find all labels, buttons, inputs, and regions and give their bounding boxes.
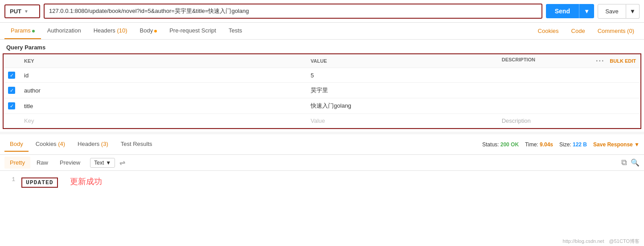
row-1-value[interactable]: 5	[306, 68, 497, 83]
code-link[interactable]: Code	[566, 23, 591, 39]
table-row: ✓ title 快速入门golang	[4, 98, 640, 114]
row-3-key[interactable]: title	[20, 98, 306, 114]
checkbox-2[interactable]: ✓	[8, 87, 15, 94]
row-2-check[interactable]: ✓	[4, 83, 20, 98]
row-3-value[interactable]: 快速入门golang	[306, 98, 497, 114]
table-row: ✓ author 昊宇里	[4, 83, 640, 98]
col-header-desc: DESCRIPTION ··· Bulk Edit	[497, 54, 640, 68]
save-group: Save ▼	[598, 4, 640, 19]
response-tab-body[interactable]: Body	[4, 137, 29, 152]
cookies-link[interactable]: Cookies	[533, 23, 564, 39]
status-label: Status: 200 OK	[482, 141, 519, 148]
row-2-value[interactable]: 昊宇里	[306, 83, 497, 98]
url-bar: PUT ▼ 127.0.0.1:8080/update/book/novel?i…	[0, 0, 644, 23]
row-1-check[interactable]: ✓	[4, 68, 20, 83]
updated-success-text: 更新成功	[70, 177, 102, 186]
save-response-button[interactable]: Save Response ▼	[593, 141, 640, 148]
row-2-description[interactable]	[497, 83, 640, 98]
response-tab-test-results[interactable]: Test Results	[115, 137, 158, 152]
response-tab-headers[interactable]: Headers (3)	[72, 137, 114, 152]
method-chevron: ▼	[24, 9, 29, 14]
tab-authorization[interactable]: Authorization	[41, 23, 87, 39]
row-1-key[interactable]: id	[20, 68, 306, 83]
search-icon[interactable]: 🔍	[631, 158, 640, 167]
body-dot	[154, 30, 157, 32]
row-3-check[interactable]: ✓	[4, 98, 20, 114]
bulk-edit-button[interactable]: Bulk Edit	[610, 58, 636, 64]
send-group: Send ▼	[546, 4, 594, 18]
col-header-key: KEY	[20, 54, 306, 68]
tab-body[interactable]: Body	[134, 23, 164, 39]
code-area: 1 UPDATED 更新成功	[0, 171, 644, 193]
url-input[interactable]: 127.0.0.1:8080/update/book/novel?id=5&au…	[44, 4, 542, 19]
row-1-description[interactable]	[497, 68, 640, 83]
body-tab-pretty[interactable]: Pretty	[4, 157, 30, 169]
row-2-key[interactable]: author	[20, 83, 306, 98]
format-selector[interactable]: Text ▼	[90, 158, 115, 168]
params-dot	[32, 30, 35, 32]
checkbox-3[interactable]: ✓	[8, 102, 15, 109]
query-params-table-area: KEY VALUE DESCRIPTION ··· Bulk Edit ✓	[3, 53, 641, 129]
placeholder-value[interactable]: Value	[306, 114, 497, 128]
send-dropdown-button[interactable]: ▼	[579, 4, 594, 18]
body-tab-raw[interactable]: Raw	[31, 157, 53, 169]
size-label: Size: 122 B	[559, 141, 587, 148]
placeholder-description[interactable]: Description	[497, 114, 640, 128]
params-table: KEY VALUE DESCRIPTION ··· Bulk Edit ✓	[4, 54, 640, 128]
more-options-icon[interactable]: ···	[596, 57, 604, 65]
response-status-info: Status: 200 OK Time: 9.04s Size: 122 B S…	[482, 141, 640, 148]
row-3-description[interactable]	[497, 98, 640, 114]
table-row: ✓ id 5	[4, 68, 640, 83]
placeholder-check	[4, 114, 20, 128]
tab-headers[interactable]: Headers (10)	[87, 23, 134, 39]
tab-params[interactable]: Params	[4, 23, 41, 39]
method-select[interactable]: PUT ▼	[4, 4, 40, 18]
body-tab-preview[interactable]: Preview	[54, 157, 86, 169]
updated-box: UPDATED	[21, 177, 58, 188]
col-header-value: VALUE	[306, 54, 497, 68]
tab-pre-request-script[interactable]: Pre-request Script	[163, 23, 222, 39]
save-dropdown-button[interactable]: ▼	[626, 4, 640, 19]
time-label: Time: 9.04s	[525, 141, 553, 148]
wrap-icon[interactable]: ⇌	[119, 158, 125, 167]
copy-icon[interactable]: ⧉	[621, 158, 627, 167]
method-value: PUT	[10, 8, 21, 15]
table-row-placeholder: Key Value Description	[4, 114, 640, 128]
col-header-check	[4, 54, 20, 68]
section-title: Query Params	[0, 40, 644, 53]
tab-tests[interactable]: Tests	[222, 23, 248, 39]
response-tab-cookies[interactable]: Cookies (4)	[30, 137, 70, 152]
request-tabs-row: Params Authorization Headers (10) Body P…	[0, 23, 644, 40]
code-line-1: 1 UPDATED 更新成功	[0, 175, 644, 189]
params-col-headers: KEY VALUE DESCRIPTION ··· Bulk Edit	[4, 54, 640, 68]
placeholder-key[interactable]: Key	[20, 114, 306, 128]
response-header: Body Cookies (4) Headers (3) Test Result…	[0, 134, 644, 155]
checkbox-1[interactable]: ✓	[8, 72, 15, 79]
save-button[interactable]: Save	[598, 4, 626, 19]
send-button[interactable]: Send	[546, 4, 579, 18]
query-params-section: Query Params KEY VALUE DESCRIPTION ··· B…	[0, 40, 644, 129]
comments-link[interactable]: Comments (0)	[592, 23, 640, 39]
right-tabs: Cookies Code Comments (0)	[533, 23, 640, 39]
body-viewer-tabs: Pretty Raw Preview Text ▼ ⇌ ⧉ 🔍	[0, 155, 644, 171]
